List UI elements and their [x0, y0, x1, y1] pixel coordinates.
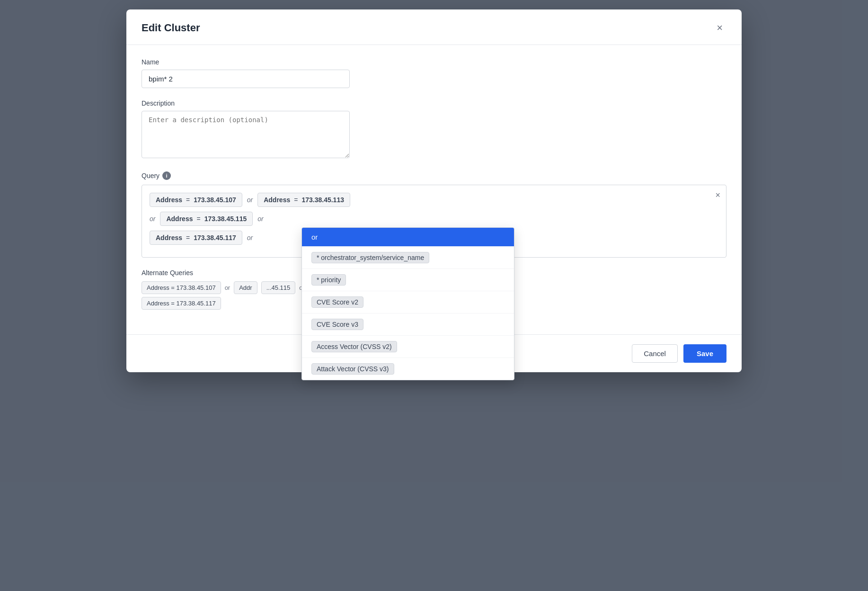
alt-or-1: or: [225, 284, 230, 291]
or-connector-3: or: [257, 215, 263, 223]
query-label: Query: [142, 172, 159, 179]
dropdown-item-or[interactable]: or: [302, 228, 514, 247]
modal-title: Edit Cluster: [142, 22, 200, 34]
or-connector-2: or: [150, 215, 155, 223]
query-row-1: Address = 173.38.45.107 or Address = 173…: [150, 193, 718, 207]
save-button[interactable]: Save: [683, 344, 726, 363]
chip-value: 173.38.45.107: [194, 196, 236, 204]
description-field-group: Description: [142, 99, 726, 160]
name-label: Name: [142, 58, 726, 66]
description-label: Description: [142, 99, 726, 107]
dropdown-item-priority[interactable]: * priority: [302, 269, 514, 291]
chip-field: Address: [166, 215, 193, 223]
query-row-2: or Address = 173.38.45.115 or: [150, 212, 718, 226]
chip-operator: =: [196, 215, 200, 223]
query-label-row: Query i: [142, 171, 726, 180]
dropdown-tag-orchestrator: * orchestrator_system/service_name: [311, 252, 429, 263]
query-chip-2[interactable]: Address = 173.38.45.113: [257, 193, 350, 207]
dropdown-menu: or * orchestrator_system/service_name * …: [301, 227, 514, 380]
query-info-icon[interactable]: i: [162, 171, 171, 180]
query-close-button[interactable]: ×: [715, 191, 720, 199]
chip-field: Address: [264, 196, 290, 204]
close-button[interactable]: ×: [713, 21, 726, 35]
description-input[interactable]: [142, 111, 350, 158]
modal-header: Edit Cluster ×: [126, 9, 742, 45]
chip-field: Address: [156, 234, 182, 242]
or-connector-1: or: [247, 196, 253, 204]
chip-value: 173.38.45.113: [301, 196, 344, 204]
dropdown-tag-access-vector: Access Vector (CVSS v2): [311, 341, 397, 352]
alt-chip-3: ...45.115: [261, 281, 296, 294]
chip-operator: =: [186, 196, 190, 204]
name-input[interactable]: [142, 70, 350, 88]
chip-operator: =: [186, 234, 190, 242]
dropdown-tag-attack-vector: Attack Vector (CVSS v3): [311, 363, 394, 375]
alt-chip-1: Address = 173.38.45.107: [142, 281, 221, 294]
query-chip-3[interactable]: Address = 173.38.45.115: [160, 212, 253, 226]
dropdown-tag-cve-v2: CVE Score v2: [311, 296, 363, 308]
dropdown-item-cve-v3[interactable]: CVE Score v3: [302, 313, 514, 336]
alt-chip-4: Address = 173.38.45.117: [142, 297, 221, 310]
dropdown-item-cve-v2[interactable]: CVE Score v2: [302, 291, 514, 313]
modal-overlay: Edit Cluster × Name Description Query i: [0, 0, 868, 591]
query-chip-1[interactable]: Address = 173.38.45.107: [150, 193, 242, 207]
name-field-group: Name: [142, 58, 726, 88]
chip-operator: =: [294, 196, 298, 204]
chip-value: 173.38.45.117: [194, 234, 236, 242]
query-chip-4[interactable]: Address = 173.38.45.117: [150, 231, 242, 245]
chip-field: Address: [156, 196, 182, 204]
dropdown-item-access-vector[interactable]: Access Vector (CVSS v2): [302, 336, 514, 358]
dropdown-item-orchestrator[interactable]: * orchestrator_system/service_name: [302, 247, 514, 269]
dropdown-tag-priority: * priority: [311, 274, 346, 286]
dropdown-tag-cve-v3: CVE Score v3: [311, 319, 363, 330]
alt-chip-2: Addr: [234, 281, 257, 294]
edit-cluster-modal: Edit Cluster × Name Description Query i: [126, 9, 742, 372]
cancel-button[interactable]: Cancel: [632, 344, 678, 363]
or-connector-4: or: [247, 234, 253, 242]
chip-value: 173.38.45.115: [204, 215, 247, 223]
dropdown-item-attack-vector[interactable]: Attack Vector (CVSS v3): [302, 358, 514, 380]
